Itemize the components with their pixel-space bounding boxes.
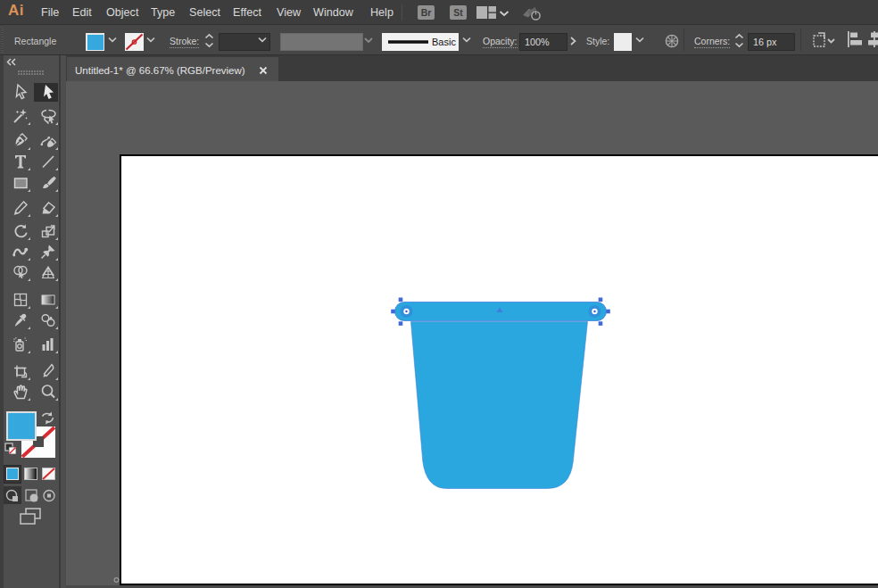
svg-text:Basic: Basic <box>432 37 456 47</box>
